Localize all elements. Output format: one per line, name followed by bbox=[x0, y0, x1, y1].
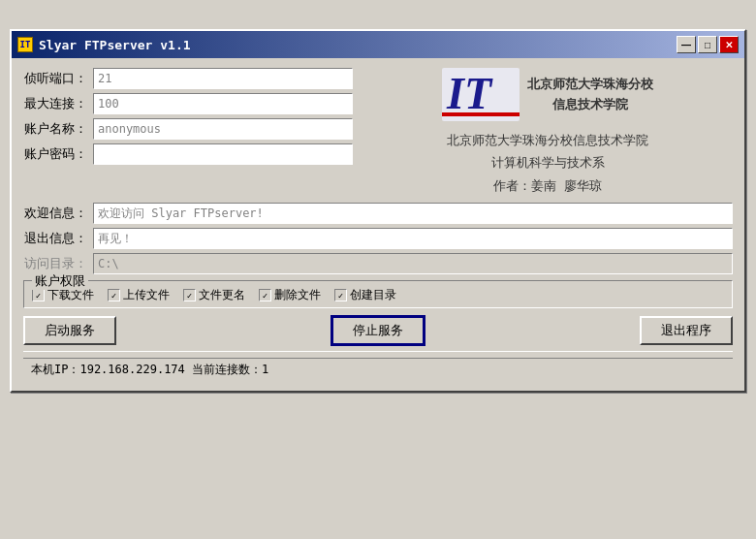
divider bbox=[23, 351, 733, 352]
dir-label: 访问目录： bbox=[23, 255, 93, 272]
perm-mkdir: ✓ 创建目录 bbox=[334, 287, 396, 303]
max-conn-row: 最大连接： bbox=[23, 93, 353, 114]
dir-input[interactable] bbox=[93, 253, 733, 274]
svg-text:IT: IT bbox=[446, 69, 493, 118]
perm-upload-checkbox[interactable]: ✓ bbox=[108, 289, 120, 301]
welcome-label: 欢迎信息： bbox=[23, 205, 93, 222]
minimize-button[interactable]: — bbox=[677, 36, 696, 53]
account-pwd-label: 账户密码： bbox=[23, 145, 93, 163]
perm-rename: ✓ 文件更名 bbox=[183, 287, 245, 303]
perm-rename-label: 文件更名 bbox=[199, 287, 245, 303]
listen-port-input[interactable] bbox=[93, 68, 353, 89]
window-body: 侦听端口： 最大连接： 账户名称： 账户密码： bbox=[12, 58, 744, 391]
max-conn-input[interactable] bbox=[93, 93, 353, 114]
start-service-button[interactable]: 启动服务 bbox=[23, 316, 116, 345]
perm-download-checkbox[interactable]: ✓ bbox=[32, 289, 45, 301]
maximize-button[interactable]: □ bbox=[698, 36, 717, 53]
info-text: 北京师范大学珠海分校信息技术学院 计算机科学与技术系 作者：姜南 廖华琼 bbox=[447, 129, 648, 197]
exit-input[interactable] bbox=[93, 228, 733, 249]
title-buttons: — □ ✕ bbox=[677, 36, 739, 53]
perm-delete-label: 删除文件 bbox=[274, 287, 321, 303]
listen-port-row: 侦听端口： bbox=[23, 68, 353, 89]
permissions-items: ✓ 下载文件 ✓ 上传文件 ✓ 文件更名 ✓ 删除文件 ✓ 创建目录 bbox=[32, 287, 724, 303]
account-name-input[interactable] bbox=[93, 118, 353, 140]
top-section: 侦听端口： 最大连接： 账户名称： 账户密码： bbox=[23, 68, 733, 197]
perm-mkdir-checkbox[interactable]: ✓ bbox=[334, 289, 347, 301]
logo-section: IT 北京师范大学珠海分校 信息技术学院 北京师范大学珠海分校信息技术学院 计算… bbox=[362, 68, 733, 197]
stop-service-button[interactable]: 停止服务 bbox=[331, 316, 425, 345]
listen-port-label: 侦听端口： bbox=[23, 70, 93, 87]
exit-label: 退出信息： bbox=[23, 230, 93, 247]
max-conn-label: 最大连接： bbox=[23, 95, 93, 112]
account-pwd-row: 账户密码： bbox=[23, 143, 353, 165]
welcome-row: 欢迎信息： bbox=[23, 203, 733, 224]
perm-delete-checkbox[interactable]: ✓ bbox=[259, 289, 271, 301]
permissions-title: 账户权限 bbox=[32, 272, 88, 290]
status-bar: 本机IP：192.168.229.174 当前连接数：1 bbox=[23, 358, 733, 381]
title-bar: IT Slyar FTPserver v1.1 — □ ✕ bbox=[12, 31, 744, 58]
permissions-box: 账户权限 ✓ 下载文件 ✓ 上传文件 ✓ 文件更名 ✓ 删除文件 bbox=[23, 280, 733, 308]
welcome-input[interactable] bbox=[93, 203, 733, 224]
perm-rename-checkbox[interactable]: ✓ bbox=[183, 289, 196, 301]
close-button[interactable]: ✕ bbox=[719, 36, 739, 53]
account-pwd-input[interactable] bbox=[93, 143, 353, 165]
exit-row: 退出信息： bbox=[23, 228, 733, 249]
perm-upload: ✓ 上传文件 bbox=[108, 287, 170, 303]
exit-program-button[interactable]: 退出程序 bbox=[640, 316, 733, 345]
perm-mkdir-label: 创建目录 bbox=[350, 287, 396, 303]
perm-delete: ✓ 删除文件 bbox=[259, 287, 321, 303]
main-window: IT Slyar FTPserver v1.1 — □ ✕ 侦听端口： 最大连接… bbox=[10, 29, 746, 393]
dir-row: 访问目录： bbox=[23, 253, 733, 274]
logo-text-right: 北京师范大学珠海分校 信息技术学院 bbox=[527, 75, 653, 115]
perm-upload-label: 上传文件 bbox=[123, 287, 170, 303]
account-name-label: 账户名称： bbox=[23, 120, 93, 138]
buttons-row: 启动服务 停止服务 退出程序 bbox=[23, 316, 733, 345]
status-text: 本机IP：192.168.229.174 当前连接数：1 bbox=[31, 363, 268, 376]
account-name-row: 账户名称： bbox=[23, 118, 353, 140]
app-icon: IT bbox=[17, 37, 33, 52]
window-title: Slyar FTPserver v1.1 bbox=[39, 38, 191, 52]
logo-it-graphic: IT bbox=[442, 68, 520, 121]
logo-image: IT 北京师范大学珠海分校 信息技术学院 bbox=[442, 68, 653, 121]
title-bar-left: IT Slyar FTPserver v1.1 bbox=[17, 37, 191, 52]
form-section: 侦听端口： 最大连接： 账户名称： 账户密码： bbox=[23, 68, 353, 197]
